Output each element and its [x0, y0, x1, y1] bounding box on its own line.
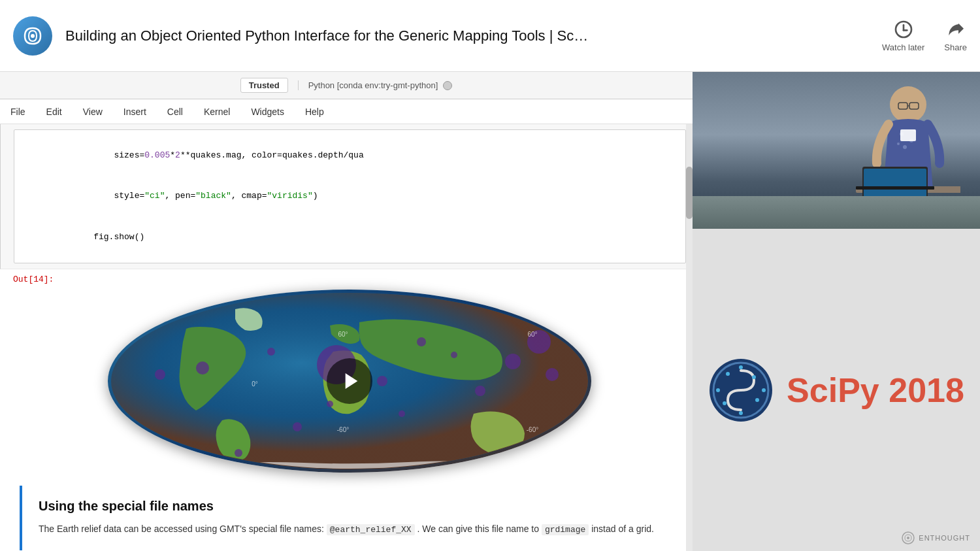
svg-text:-60°: -60°: [337, 426, 349, 433]
svg-point-0: [31, 34, 35, 38]
video-title[interactable]: Building an Object Oriented Python Inter…: [65, 27, 869, 44]
svg-text:60°: 60°: [527, 331, 537, 338]
kernel-dot: [443, 81, 452, 90]
svg-point-15: [235, 449, 242, 457]
output-label: Out[14]:: [13, 275, 686, 284]
section-heading: Using the special file names: [39, 499, 663, 514]
play-icon: [341, 371, 362, 392]
svg-point-47: [755, 398, 759, 402]
svg-text:0°: 0°: [252, 380, 258, 388]
menu-cell[interactable]: Cell: [163, 104, 187, 120]
enthought-footer: ENTHOUGHT: [902, 531, 970, 544]
svg-point-20: [155, 369, 165, 380]
notebook-topbar: Trusted Python [conda env:try-gmt-python…: [0, 72, 693, 99]
svg-point-14: [293, 422, 302, 431]
world-map[interactable]: 60° 60° 0° 0° -60° -60°: [108, 290, 591, 473]
kernel-info: Python [conda env:try-gmt-python]: [298, 80, 453, 90]
share-button[interactable]: Share: [944, 19, 967, 52]
main-content: Trusted Python [conda env:try-gmt-python…: [0, 72, 980, 551]
notebook-body-wrapper: sizes=0.005*2**quakes.mag, color=quakes.…: [0, 124, 693, 551]
menu-widgets[interactable]: Widgets: [247, 104, 288, 120]
svg-point-45: [726, 372, 730, 376]
svg-rect-38: [900, 129, 916, 141]
code-line-2: style="ci", pen="black", cmap="viridis"): [22, 176, 678, 216]
svg-marker-28: [345, 373, 357, 389]
svg-point-13: [505, 354, 521, 369]
svg-rect-42: [856, 186, 934, 190]
jupyter-menubar: File Edit View Insert Cell Kernel Widget…: [0, 99, 693, 124]
notebook-area: Trusted Python [conda env:try-gmt-python…: [0, 72, 693, 551]
svg-point-50: [762, 388, 766, 392]
code-line-3: fig.show(): [22, 217, 678, 258]
code-snippet-1: @earth_relief_XX: [327, 524, 415, 535]
svg-point-35: [903, 145, 907, 149]
menu-help[interactable]: Help: [301, 104, 328, 120]
speaker-video: [693, 72, 980, 229]
svg-point-29: [890, 86, 926, 123]
play-button[interactable]: [327, 358, 372, 404]
vertical-scrollbar[interactable]: [686, 124, 693, 551]
svg-point-48: [723, 401, 727, 405]
speaker-placeholder: [693, 72, 980, 229]
top-actions: Watch later Share: [882, 19, 967, 52]
svg-point-9: [196, 361, 209, 375]
code-cell: sizes=0.005*2**quakes.mag, color=quakes.…: [0, 124, 693, 269]
svg-point-19: [546, 368, 559, 381]
output-cell: Out[14]:: [0, 269, 693, 551]
top-bar: Building an Object Oriented Python Inter…: [0, 0, 980, 72]
svg-point-46: [752, 375, 756, 379]
svg-point-17: [475, 386, 485, 396]
code-cell-inner: sizes=0.005*2**quakes.mag, color=quakes.…: [14, 129, 686, 263]
map-container: 60° 60° 0° 0° -60° -60°: [13, 290, 686, 473]
svg-text:-60°: -60°: [527, 426, 538, 433]
code-line-1: sizes=0.005*2**quakes.mag, color=quakes.…: [22, 135, 678, 176]
watch-later-button[interactable]: Watch later: [882, 19, 924, 52]
svg-point-11: [417, 337, 426, 346]
scipy-branding: SciPy 2018 ENTHOUGHT: [693, 229, 980, 551]
scipy-text: SciPy 2018: [787, 371, 964, 410]
text-section: Using the special file names The Earth r…: [20, 486, 679, 550]
svg-point-49: [739, 365, 743, 369]
svg-point-51: [716, 388, 720, 392]
svg-point-21: [399, 410, 405, 417]
trusted-badge: Trusted: [240, 78, 288, 93]
svg-point-16: [327, 401, 333, 407]
enthought-label: ENTHOUGHT: [919, 534, 970, 542]
menu-edit[interactable]: Edit: [42, 104, 66, 120]
right-panel: SciPy 2018 ENTHOUGHT: [693, 72, 980, 551]
svg-point-12: [451, 352, 457, 358]
enthought-logo: [902, 531, 915, 544]
svg-point-10: [267, 348, 275, 356]
menu-kernel[interactable]: Kernel: [200, 104, 234, 120]
section-body: The Earth relief data can be accessed us…: [39, 522, 663, 537]
svg-point-8: [377, 376, 387, 386]
svg-point-37: [897, 142, 900, 145]
menu-file[interactable]: File: [7, 104, 29, 120]
scipy-logo: [708, 358, 774, 423]
channel-logo[interactable]: [13, 16, 52, 56]
svg-point-52: [739, 411, 743, 415]
notebook-body[interactable]: sizes=0.005*2**quakes.mag, color=quakes.…: [0, 124, 693, 551]
menu-view[interactable]: View: [79, 104, 106, 120]
code-snippet-2: grdimage: [542, 524, 589, 535]
menu-insert[interactable]: Insert: [120, 104, 150, 120]
svg-point-54: [907, 537, 909, 539]
table-surface: [693, 196, 980, 229]
scrollbar-thumb[interactable]: [686, 167, 693, 219]
svg-text:60°: 60°: [338, 331, 348, 338]
